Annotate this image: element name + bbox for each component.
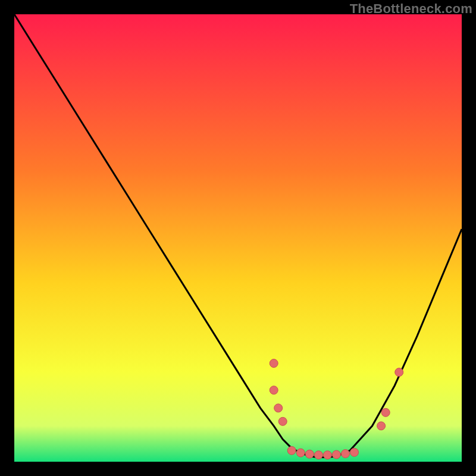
data-point bbox=[287, 446, 296, 455]
data-point bbox=[395, 368, 403, 377]
data-point bbox=[278, 417, 287, 425]
data-point bbox=[381, 408, 390, 416]
data-point bbox=[323, 451, 331, 459]
data-point bbox=[350, 448, 359, 456]
gradient-background bbox=[14, 14, 462, 462]
data-point bbox=[314, 451, 322, 459]
data-point bbox=[296, 449, 305, 457]
data-point bbox=[305, 450, 314, 458]
watermark-text: TheBottleneck.com bbox=[350, 1, 472, 17]
chart-frame bbox=[14, 14, 462, 462]
data-point bbox=[377, 422, 386, 430]
data-point bbox=[270, 386, 278, 394]
data-point bbox=[342, 450, 350, 458]
data-point bbox=[270, 359, 278, 368]
data-point bbox=[274, 404, 283, 412]
data-point bbox=[332, 450, 340, 459]
chart-svg bbox=[14, 14, 462, 462]
